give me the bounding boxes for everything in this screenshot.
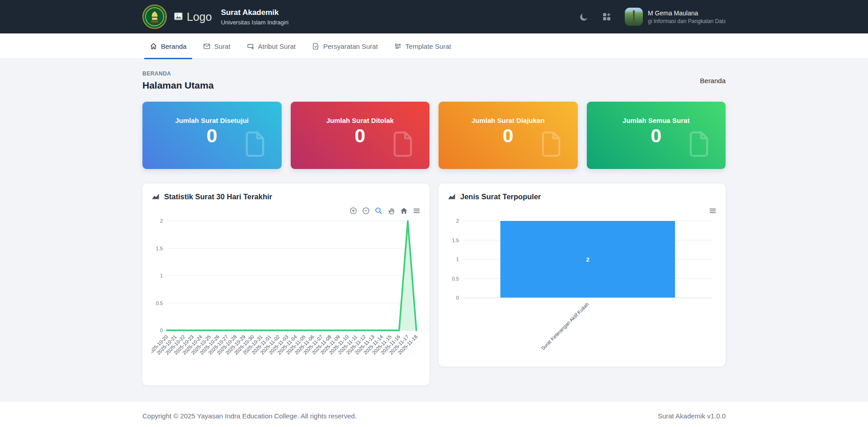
dark-mode-toggle[interactable]: [579, 12, 589, 22]
file-icon: [389, 128, 417, 160]
svg-text:Surat Keterangan Aktif Kuliah: Surat Keterangan Aktif Kuliah: [540, 301, 590, 351]
stat-card-label: Jumlah Surat Diajukan: [439, 117, 578, 124]
reset-home-icon[interactable]: [400, 207, 408, 215]
menu-icon[interactable]: [413, 207, 420, 215]
document-check-icon: [312, 42, 320, 50]
svg-text:0: 0: [160, 328, 163, 333]
panel-statistik-surat: Statistik Surat 30 Hari Terakhir: [142, 183, 429, 385]
svg-text:1.5: 1.5: [156, 246, 163, 251]
svg-text:2: 2: [456, 218, 459, 224]
breadcrumb: Beranda: [700, 77, 726, 84]
svg-text:2: 2: [586, 256, 589, 263]
selection-zoom-icon[interactable]: [375, 207, 382, 215]
brand-title: Surat Akademik: [221, 8, 289, 17]
panel-title: Jenis Surat Terpopuler: [460, 192, 541, 201]
stat-card-ditolak: Jumlah Surat Ditolak 0: [291, 102, 430, 169]
user-role: gi Informasi dan Pangkalan Data: [648, 18, 726, 24]
attribute-field-icon: [247, 42, 255, 50]
svg-text:1: 1: [160, 273, 163, 278]
area-chart-icon: [151, 192, 160, 201]
top-navbar: Logo Surat Akademik Universitas Islam In…: [0, 0, 868, 33]
menu-icon[interactable]: [709, 207, 717, 215]
panel-jenis-surat: Jenis Surat Terpopuler 00.511.522Surat K…: [439, 183, 726, 366]
user-avatar[interactable]: [625, 8, 643, 26]
stat-cards-row: Jumlah Surat Disetujui 0 Jumlah Surat Di…: [142, 102, 726, 169]
apexcharts-toolbar: [448, 206, 717, 215]
logo-alt-text: Logo: [187, 10, 212, 23]
tab-label: Persyaratan Surat: [323, 42, 378, 50]
tab-label: Surat: [214, 42, 231, 50]
panel-title: Statistik Surat 30 Hari Terakhir: [164, 192, 272, 201]
tab-label: Template Surat: [406, 42, 451, 50]
svg-text:0.5: 0.5: [452, 276, 459, 282]
stat-card-semua: Jumlah Semua Surat 0: [587, 102, 726, 169]
tab-atribut-surat[interactable]: Atribut Surat: [241, 33, 301, 59]
svg-text:1: 1: [456, 257, 459, 262]
footer-copyright: Copyright © 2025 Yayasan Indra Education…: [142, 412, 357, 420]
main-nav-tabbar: Beranda Surat Atribut Surat Persyaratan …: [0, 33, 868, 59]
tab-persyaratan-surat[interactable]: Persyaratan Surat: [307, 33, 383, 59]
page-eyebrow: BERANDA: [142, 70, 214, 77]
template-layout-icon: [394, 42, 402, 50]
zoom-out-icon[interactable]: [362, 207, 370, 215]
area-chart-icon: [448, 192, 456, 201]
broken-logo-image: Logo: [174, 10, 212, 23]
broken-image-icon: [174, 12, 184, 22]
pan-icon[interactable]: [387, 207, 395, 215]
brand-subtitle: Universitas Islam Indragiri: [221, 19, 289, 26]
user-name: M Gema Maulana: [648, 9, 726, 17]
svg-text:0: 0: [456, 295, 459, 300]
file-icon: [685, 128, 713, 160]
file-icon: [537, 128, 565, 160]
file-icon: [241, 128, 269, 160]
tab-beranda[interactable]: Beranda: [144, 33, 192, 59]
stat-card-diajukan: Jumlah Surat Diajukan 0: [439, 102, 578, 169]
footer-version: Surat Akademik v1.0.0: [658, 412, 726, 420]
footer: Copyright © 2025 Yayasan Indra Education…: [0, 402, 868, 427]
moon-icon: [579, 12, 589, 22]
apexcharts-toolbar: [151, 206, 420, 215]
zoom-in-icon[interactable]: [349, 207, 357, 215]
mail-icon: [203, 42, 211, 50]
stat-card-label: Jumlah Semua Surat: [587, 117, 726, 124]
tab-label: Atribut Surat: [258, 42, 296, 50]
svg-text:0.5: 0.5: [156, 300, 163, 306]
stat-card-disetujui: Jumlah Surat Disetujui 0: [142, 102, 282, 169]
apps-menu-button[interactable]: [602, 12, 611, 21]
stat-card-label: Jumlah Surat Ditolak: [291, 117, 430, 124]
statistik-area-chart[interactable]: 00.511.522025-10-202025-10-212025-10-222…: [151, 216, 420, 384]
apps-grid-icon: [602, 12, 611, 21]
user-menu[interactable]: M Gema Maulana gi Informasi dan Pangkala…: [648, 9, 726, 24]
svg-text:1.5: 1.5: [452, 238, 459, 243]
jenis-surat-bar-chart[interactable]: 00.511.522Surat Keterangan Aktif Kuliah: [448, 216, 717, 365]
tab-label: Beranda: [161, 42, 187, 50]
page-title: Halaman Utama: [142, 80, 214, 91]
home-icon: [150, 42, 157, 50]
tab-surat[interactable]: Surat: [198, 33, 236, 59]
tab-template-surat[interactable]: Template Surat: [389, 33, 457, 59]
svg-text:2: 2: [160, 218, 163, 224]
university-emblem-logo: [142, 5, 167, 29]
stat-card-label: Jumlah Surat Disetujui: [142, 117, 282, 124]
